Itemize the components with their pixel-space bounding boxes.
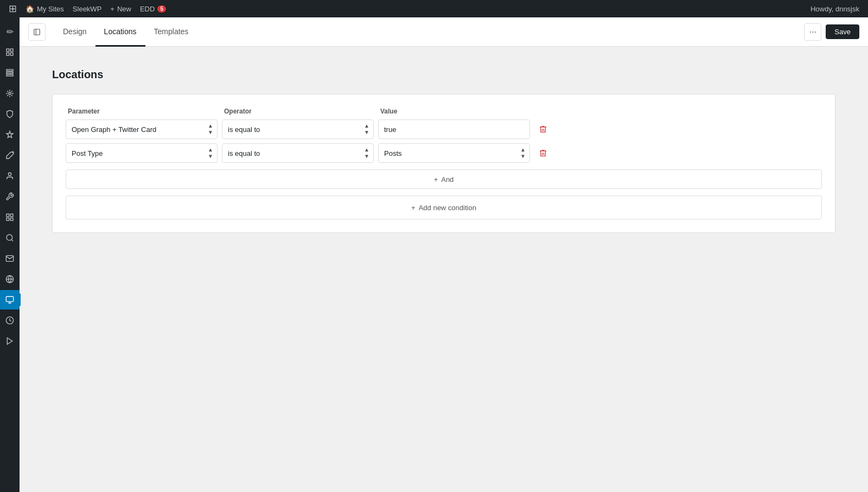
divider-row: + And xyxy=(66,169,822,189)
svg-point-13 xyxy=(7,235,12,241)
sidebar-icon-globe[interactable] xyxy=(0,269,20,289)
svg-rect-16 xyxy=(6,297,13,301)
parameter-select-wrapper-1: Open Graph + Twitter Card Post Type ▲ ▼ xyxy=(66,119,218,139)
wp-logo-icon: ⊞ xyxy=(9,3,17,15)
site-name-button[interactable]: SleekWP xyxy=(68,0,106,17)
edd-button[interactable]: EDD 5 xyxy=(136,0,170,17)
edd-badge: 5 xyxy=(157,5,166,12)
and-button[interactable]: + And xyxy=(66,169,822,189)
top-bar-actions: ··· Save xyxy=(804,23,859,41)
svg-rect-2 xyxy=(7,53,9,55)
parameter-select-1[interactable]: Open Graph + Twitter Card Post Type xyxy=(66,119,218,139)
parameter-select-wrapper-2: Post Type Open Graph + Twitter Card ▲ ▼ xyxy=(66,143,218,163)
conditions-header: Parameter Operator Value xyxy=(66,108,822,115)
col-parameter-label: Parameter xyxy=(68,108,220,115)
sidebar-toggle-button[interactable] xyxy=(28,23,46,41)
sidebar-icon-grid[interactable] xyxy=(0,207,20,227)
svg-point-8 xyxy=(8,173,11,175)
svg-rect-0 xyxy=(7,49,9,52)
condition-row-1: Open Graph + Twitter Card Post Type ▲ ▼ … xyxy=(66,119,822,139)
sidebar-icon-layers[interactable] xyxy=(0,42,20,62)
wp-logo-button[interactable]: ⊞ xyxy=(4,0,21,17)
tab-templates[interactable]: Templates xyxy=(145,17,197,47)
sidebar-icon-mail[interactable] xyxy=(0,249,20,268)
delete-row-1-button[interactable] xyxy=(534,121,552,138)
add-icon: + xyxy=(411,204,416,212)
condition-row-2: Post Type Open Graph + Twitter Card ▲ ▼ … xyxy=(66,143,822,163)
tab-locations[interactable]: Locations xyxy=(95,17,145,47)
page-title: Locations xyxy=(52,68,835,81)
svg-rect-1 xyxy=(10,49,13,52)
svg-rect-12 xyxy=(10,218,13,220)
delete-row-2-button[interactable] xyxy=(534,144,552,162)
main-wrapper: Design Locations Templates ··· Save Loca… xyxy=(20,17,868,492)
sidebar-icon-play[interactable] xyxy=(0,331,20,351)
svg-rect-11 xyxy=(7,218,9,220)
parameter-select-2[interactable]: Post Type Open Graph + Twitter Card xyxy=(66,143,218,163)
svg-rect-5 xyxy=(7,72,13,74)
value-input-1[interactable] xyxy=(378,119,530,139)
my-sites-button[interactable]: 🏠 My Sites xyxy=(21,0,68,17)
content-area: Locations Parameter Operator Value Open … xyxy=(20,47,868,492)
more-options-button[interactable]: ··· xyxy=(804,23,821,41)
svg-point-7 xyxy=(9,92,11,94)
value-select-2[interactable]: Posts Pages xyxy=(378,143,530,163)
svg-rect-10 xyxy=(10,214,13,217)
plus-icon: + xyxy=(434,175,438,184)
col-operator-label: Operator xyxy=(224,108,376,115)
sidebar-icon-brush[interactable] xyxy=(0,146,20,165)
svg-rect-9 xyxy=(7,214,9,217)
svg-rect-19 xyxy=(34,29,40,35)
value-select-wrapper-2: Posts Pages ▲ ▼ xyxy=(378,143,530,163)
operator-select-wrapper-2: is equal to is not equal to ▲ ▼ xyxy=(222,143,374,163)
sidebar-icon-clock[interactable] xyxy=(0,311,20,330)
home-icon: 🏠 xyxy=(25,5,34,13)
save-button[interactable]: Save xyxy=(826,24,859,39)
admin-bar: ⊞ 🏠 My Sites SleekWP + New EDD 5 Howdy, … xyxy=(0,0,868,17)
operator-select-1[interactable]: is equal to is not equal to xyxy=(222,119,374,139)
sidebar-icon-wrench[interactable] xyxy=(0,187,20,206)
col-value-label: Value xyxy=(380,108,532,115)
sidebar-icon-pages[interactable] xyxy=(0,63,20,83)
sidebar-icon-paint[interactable]: ✏ xyxy=(0,22,20,41)
svg-rect-3 xyxy=(10,53,13,55)
user-greeting: Howdy, dnnsjsk xyxy=(806,5,864,13)
svg-rect-4 xyxy=(7,70,13,71)
sidebar-icon-flow[interactable] xyxy=(0,84,20,103)
svg-marker-18 xyxy=(7,338,12,344)
sidebar-icon-shield[interactable] xyxy=(0,104,20,124)
sidebar-icon-search[interactable] xyxy=(0,228,20,248)
sidebar-icon-card[interactable] xyxy=(0,290,20,310)
tab-design[interactable]: Design xyxy=(54,17,95,47)
operator-select-wrapper-1: is equal to is not equal to ▲ ▼ xyxy=(222,119,374,139)
more-icon: ··· xyxy=(809,27,816,37)
svg-rect-6 xyxy=(7,74,13,76)
top-bar: Design Locations Templates ··· Save xyxy=(20,17,868,47)
new-button[interactable]: + New xyxy=(106,0,136,17)
sidebar: ✏ xyxy=(0,17,20,492)
conditions-card: Parameter Operator Value Open Graph + Tw… xyxy=(52,94,835,233)
add-condition-button[interactable]: + Add new condition xyxy=(66,195,822,219)
sidebar-icon-pin[interactable] xyxy=(0,125,20,144)
operator-select-2[interactable]: is equal to is not equal to xyxy=(222,143,374,163)
sidebar-icon-user[interactable] xyxy=(0,166,20,186)
